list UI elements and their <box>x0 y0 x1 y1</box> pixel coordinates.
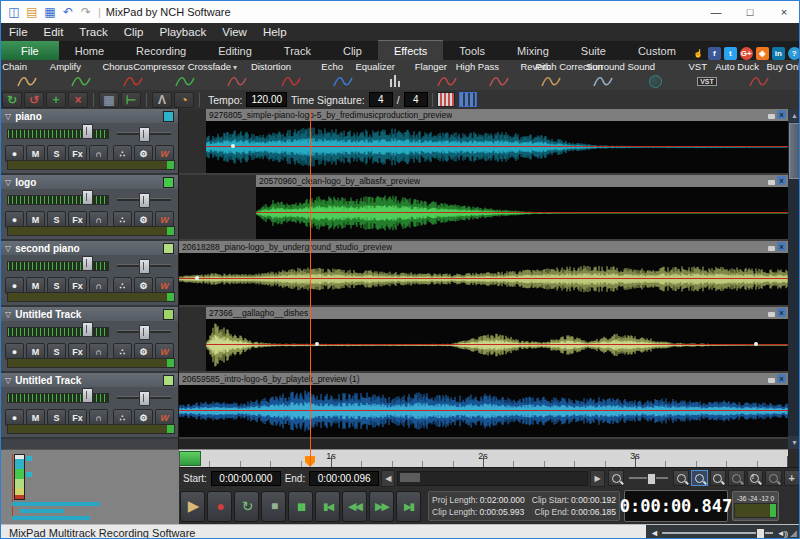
help-icon[interactable]: ? <box>788 47 800 60</box>
clip-title-bar[interactable]: 20659585_intro-logo-6_by_playtek_preview… <box>179 373 788 385</box>
collapse-chevron-icon[interactable]: ▽ <box>5 244 11 253</box>
ribbon-surround-sound-button[interactable]: Surround Sound <box>629 60 681 90</box>
share-icon[interactable]: ◆ <box>756 47 769 60</box>
horizontal-scrollbar[interactable] <box>397 471 588 486</box>
track-title-bar[interactable]: ▽logo <box>1 175 178 189</box>
ribbon-equalizer-button[interactable]: Equalizer <box>369 60 421 90</box>
ribbon-amplify-button[interactable]: Amplify <box>55 60 107 90</box>
track-color-chip[interactable] <box>163 177 174 188</box>
zoom-slider[interactable] <box>629 477 668 479</box>
close-clip-icon[interactable]: × <box>777 242 786 251</box>
zoom-in-button[interactable] <box>673 470 689 486</box>
volume-slider[interactable] <box>7 129 109 139</box>
volume-slider[interactable] <box>7 261 109 271</box>
scroll-down-icon[interactable]: ▼ <box>788 436 800 449</box>
volume-handle[interactable] <box>82 388 93 403</box>
track-title-bar[interactable]: ▽Untitled Track <box>1 307 178 321</box>
end-time-field[interactable]: 0:00:00.096 <box>309 471 379 486</box>
tempo-field[interactable]: 120.00 <box>246 92 287 107</box>
audio-clip[interactable]: 27366__gallagho__dishes× <box>206 307 788 371</box>
zoom-selection-button[interactable] <box>691 470 707 486</box>
volume-slider[interactable] <box>7 195 109 205</box>
pan-slider[interactable] <box>117 198 171 201</box>
close-clip-icon[interactable]: × <box>777 176 786 185</box>
vertical-scrollbar[interactable]: ▲ ▼ <box>788 109 800 449</box>
volume-handle[interactable] <box>82 256 93 271</box>
pan-handle[interactable] <box>139 325 150 340</box>
save-chain-icon[interactable]: ↺ <box>24 92 44 108</box>
volume-handle[interactable] <box>82 322 93 337</box>
menu-playback[interactable]: Playback <box>152 23 215 41</box>
timesig-denominator-field[interactable]: 4 <box>404 92 428 107</box>
pan-slider[interactable] <box>117 132 171 135</box>
tab-track[interactable]: Track <box>268 41 327 60</box>
load-chain-icon[interactable]: ↻ <box>2 92 22 108</box>
track-title-bar[interactable]: ▽second piano <box>1 241 178 255</box>
track-lane-1[interactable]: 9276805_simple-piano-logo-5_by_fredimusi… <box>179 109 788 175</box>
collapse-chevron-icon[interactable]: ▽ <box>5 112 11 121</box>
pan-handle[interactable] <box>139 259 150 274</box>
clock-icon[interactable]: ◔ <box>174 92 194 108</box>
collapse-chevron-icon[interactable]: ▽ <box>5 178 11 187</box>
menu-help[interactable]: Help <box>255 23 295 41</box>
scroll-right-icon[interactable]: ▶ <box>590 470 605 487</box>
volume-slider-handle[interactable] <box>756 528 765 539</box>
close-clip-icon[interactable]: × <box>777 374 786 383</box>
track-lane-5[interactable]: 20659585_intro-logo-6_by_playtek_preview… <box>179 373 788 439</box>
save-icon[interactable]: ▦ <box>42 5 58 20</box>
like-icon[interactable]: ☝ <box>692 47 705 60</box>
tab-home[interactable]: Home <box>59 41 120 60</box>
ribbon-high-pass-button[interactable]: High Pass <box>473 60 525 90</box>
ribbon-distortion-button[interactable]: Distortion <box>265 60 317 90</box>
start-time-field[interactable]: 0:00:00.000 <box>211 471 281 486</box>
pan-handle[interactable] <box>139 193 150 208</box>
tab-effects[interactable]: Effects <box>378 40 443 60</box>
clip-marker-dot[interactable] <box>231 144 235 148</box>
pause-button[interactable]: ▮▮ <box>288 491 313 522</box>
go-to-start-button[interactable]: ▮◀ <box>315 491 340 522</box>
zoom-fit-button[interactable] <box>728 470 744 486</box>
lock-icon[interactable] <box>768 378 775 383</box>
collapse-chevron-icon[interactable]: ▽ <box>5 310 11 319</box>
vertical-scroll-thumb[interactable] <box>789 123 800 179</box>
zoom-one-button[interactable]: ! <box>747 470 763 486</box>
track-color-chip[interactable] <box>163 309 174 320</box>
zoom-project-button[interactable] <box>710 470 726 486</box>
zoom-slider-handle[interactable] <box>647 473 656 485</box>
scroll-up-icon[interactable]: ▲ <box>788 109 800 122</box>
timesig-numerator-field[interactable]: 4 <box>369 92 393 107</box>
metronome-icon[interactable]: Λ <box>152 92 172 108</box>
menu-view[interactable]: View <box>214 23 255 41</box>
track-lane-3[interactable]: 20618288_piano-logo_by_underground_studi… <box>179 241 788 307</box>
volume-slider[interactable] <box>662 532 773 534</box>
clip-edit-icon[interactable]: ▦ <box>99 92 119 108</box>
ribbon-buy-online-button[interactable]: Buy Online <box>787 60 800 90</box>
tab-custom[interactable]: Custom <box>622 41 692 60</box>
audio-clip[interactable]: 20618288_piano-logo_by_underground_studi… <box>179 241 788 305</box>
close-clip-icon[interactable]: × <box>777 308 786 317</box>
horizontal-scroll-thumb[interactable] <box>400 473 420 482</box>
clip-marker-dot[interactable] <box>315 342 319 346</box>
app-icon[interactable]: ◫ <box>6 5 22 20</box>
track-title-bar[interactable]: ▽Untitled Track <box>1 373 178 387</box>
track-color-chip[interactable] <box>163 375 174 386</box>
zoom-full-button[interactable] <box>765 470 781 486</box>
project-overview[interactable] <box>1 449 179 524</box>
ribbon-effect-chain-button[interactable]: Effect Chain <box>1 60 53 90</box>
tab-suite[interactable]: Suite <box>565 41 622 60</box>
clip-title-bar[interactable]: 20570960_clean-logo_by_albasfx_preview× <box>256 175 788 187</box>
volume-slider[interactable] <box>7 393 109 403</box>
close-button[interactable]: × <box>767 1 800 23</box>
close-clip-icon[interactable]: × <box>777 110 786 119</box>
tab-file[interactable]: File <box>1 41 59 60</box>
scroll-left-icon[interactable]: ◀ <box>381 470 396 487</box>
minimize-button[interactable]: — <box>699 1 733 23</box>
menu-edit[interactable]: Edit <box>36 23 72 41</box>
maximize-button[interactable]: □ <box>733 1 767 23</box>
lock-icon[interactable] <box>768 114 775 119</box>
pan-slider[interactable] <box>117 264 171 267</box>
playhead-line[interactable] <box>310 109 311 466</box>
volume-handle[interactable] <box>82 190 93 205</box>
menu-track[interactable]: Track <box>71 23 115 41</box>
piano-roll-view-icon[interactable] <box>437 92 455 107</box>
